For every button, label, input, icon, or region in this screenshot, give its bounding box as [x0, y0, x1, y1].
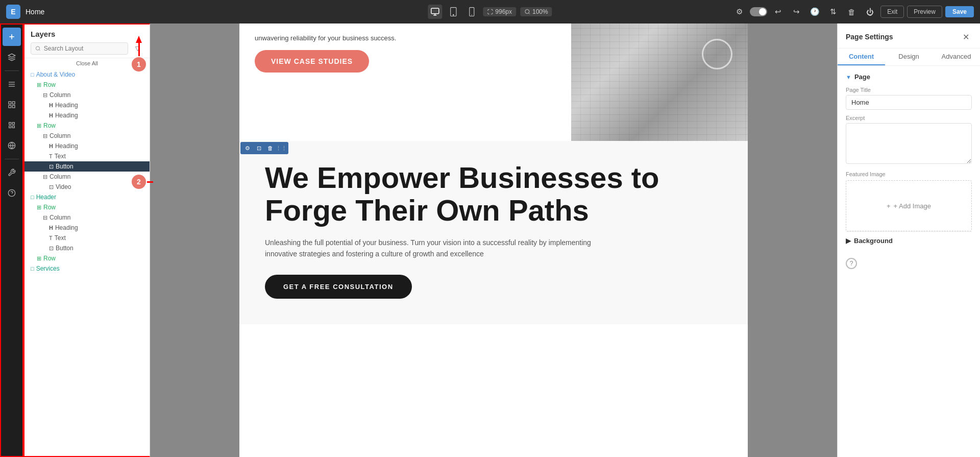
elements-btn[interactable] [3, 95, 21, 114]
canvas-cta-btn[interactable]: GET A FREE CONSULTATION [265, 275, 412, 299]
layer-heading3[interactable]: H Heading [24, 141, 150, 151]
layer-label: Button [56, 245, 74, 252]
responsive-btn[interactable]: ⇅ [825, 4, 841, 19]
tools-btn[interactable] [3, 163, 21, 182]
arrow-left-2 [150, 179, 153, 185]
mobile-device-btn[interactable] [464, 5, 479, 19]
navigator-btn[interactable] [3, 75, 21, 93]
layer-row4[interactable]: ⊞ Row [24, 253, 150, 263]
layers-panel-title: Layers [31, 30, 143, 38]
app-logo[interactable]: E [6, 5, 20, 19]
save-button[interactable]: Save [945, 6, 974, 17]
layer-row2[interactable]: ⊞ Row [24, 121, 150, 131]
layer-button1[interactable]: ⊡ Button [24, 161, 150, 172]
row-icon: ⊞ [37, 255, 41, 262]
layer-col4[interactable]: ⊟ Column [24, 212, 150, 223]
tab-advanced[interactable]: Advanced [933, 49, 980, 65]
heading-icon: H [49, 112, 53, 118]
tab-design[interactable]: Design [885, 49, 933, 65]
layer-text1[interactable]: T Text [24, 151, 150, 161]
layer-services[interactable]: □ Services [24, 263, 150, 274]
top-bar-right: ⚙ ↩ ↪ 🕐 ⇅ 🗑 ⏻ Exit Preview Save [731, 4, 974, 19]
row-drag-btn[interactable]: ⋮⋮ [276, 143, 286, 153]
tab-content[interactable]: Content [838, 49, 885, 65]
layer-col3[interactable]: ⊟ Column [24, 172, 150, 182]
tablet-device-btn[interactable] [446, 5, 460, 19]
view-case-btn[interactable]: VIEW CASE STUDIES [255, 50, 369, 73]
right-panel-close-btn[interactable]: ✕ [960, 31, 972, 43]
search-layout-input[interactable] [44, 45, 124, 52]
layers-btn[interactable] [3, 48, 21, 66]
row-delete-btn[interactable]: 🗑 [265, 143, 275, 153]
power-btn[interactable]: ⏻ [862, 4, 877, 19]
settings-icon-btn[interactable]: ⚙ [731, 4, 747, 19]
layer-label: Row [43, 81, 56, 88]
canvas-top-section: unwavering reliability for your business… [239, 23, 748, 141]
delete-btn[interactable]: 🗑 [844, 4, 859, 19]
desktop-device-btn[interactable] [428, 5, 442, 19]
preview-button[interactable]: Preview [907, 6, 942, 18]
layer-about-video[interactable]: □ About & Video [24, 69, 150, 80]
layer-label: Column [50, 91, 70, 99]
theme-toggle[interactable] [750, 7, 767, 16]
col-icon: ⊟ [43, 92, 47, 99]
layer-heading2[interactable]: H Heading [24, 110, 150, 121]
svg-point-4 [453, 14, 454, 15]
layer-col2[interactable]: ⊟ Column [24, 131, 150, 141]
layer-header1[interactable]: □ Header [24, 192, 150, 202]
canvas-top-left: unwavering reliability for your business… [239, 23, 571, 141]
layers-panel: Layers ▽ Close All □ About & Video ⊞ Row [23, 23, 150, 457]
layer-label: Row [43, 204, 56, 211]
layers-tree: □ About & Video ⊞ Row ⊟ Column H Heading… [24, 69, 150, 456]
redo-btn[interactable]: ↪ [789, 4, 804, 19]
exit-button[interactable]: Exit [880, 6, 904, 18]
row-icon: ⊞ [37, 82, 41, 88]
layer-label: About & Video [36, 71, 76, 78]
background-section-toggle[interactable]: ▶ Background [846, 231, 972, 250]
top-bar: E Home 996px 100% ⚙ ↩ ↪ 🕐 ⇅ 🗑 ⏻ Exit Pre… [0, 0, 980, 23]
text-icon: T [49, 235, 53, 241]
circle-overlay [702, 39, 732, 69]
canvas-area[interactable]: unwavering reliability for your business… [150, 23, 837, 457]
canvas-top-text: unwavering reliability for your business… [255, 34, 556, 43]
history-btn[interactable]: 🕐 [807, 4, 822, 19]
layers-search-row: ▽ [31, 42, 143, 55]
heading-icon: H [49, 102, 53, 108]
page-title-input[interactable] [846, 95, 972, 110]
layer-heading4[interactable]: H Heading [24, 223, 150, 233]
excerpt-textarea[interactable] [846, 123, 972, 164]
layer-video1[interactable]: ⊡ Video [24, 182, 150, 192]
right-panel-title: Page Settings [846, 33, 893, 41]
section-icon: □ [31, 71, 34, 78]
layer-row1[interactable]: ⊞ Row [24, 80, 150, 90]
undo-btn[interactable]: ↩ [770, 4, 786, 19]
help-icon-circle[interactable]: ? [846, 258, 857, 269]
canvas-main-subtext: Unleashing the full potential of your bu… [265, 237, 622, 260]
row-settings-btn[interactable]: ⚙ [242, 143, 253, 153]
row-toolbar: ⚙ ⊡ 🗑 ⋮⋮ [240, 142, 288, 154]
row-duplicate-btn[interactable]: ⊡ [254, 143, 264, 153]
layer-label: Services [36, 265, 60, 272]
viewport-display[interactable]: 996px [483, 7, 516, 16]
divider-1 [5, 70, 19, 71]
layer-button2[interactable]: ⊡ Button [24, 243, 150, 253]
layer-heading1[interactable]: H Heading [24, 100, 150, 110]
col-icon: ⊟ [43, 174, 47, 180]
close-all-btn[interactable]: Close All [24, 58, 150, 69]
layer-col1[interactable]: ⊟ Column [24, 90, 150, 100]
right-panel-tabs: Content Design Advanced [838, 49, 980, 66]
button-icon: ⊡ [49, 163, 54, 170]
featured-image-box[interactable]: + + Add Image [846, 180, 972, 231]
layer-row3[interactable]: ⊞ Row [24, 202, 150, 212]
layer-label: Row [43, 122, 56, 129]
filter-btn[interactable]: ▽ [131, 42, 143, 55]
excerpt-label: Excerpt [846, 115, 972, 121]
theme-builder-btn[interactable] [3, 116, 21, 134]
global-btn[interactable] [3, 136, 21, 155]
layer-text2[interactable]: T Text [24, 233, 150, 243]
zoom-display[interactable]: 100% [520, 7, 552, 16]
services-icon: □ [31, 266, 34, 272]
add-element-btn[interactable] [3, 28, 21, 46]
help-btn[interactable] [3, 184, 21, 202]
page-title-topbar: Home [26, 8, 44, 16]
